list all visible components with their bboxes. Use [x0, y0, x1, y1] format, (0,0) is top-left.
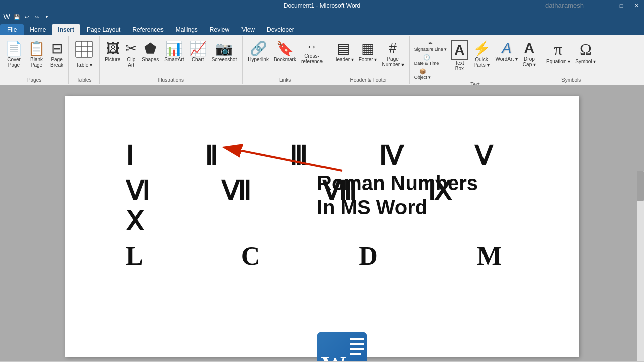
word-w-letter: W	[321, 350, 346, 361]
hyperlink-button[interactable]: 🔗 Hyperlink	[246, 39, 271, 63]
wordart-icon: A	[502, 40, 511, 56]
tab-home[interactable]: Home	[24, 24, 52, 35]
symbols-group-label: Symbols	[561, 76, 581, 83]
signatureline-icon: ✒	[428, 40, 433, 47]
page-break-button[interactable]: ⊟ PageBreak	[48, 39, 65, 69]
tab-view[interactable]: View	[235, 24, 261, 35]
dropcap-icon: A	[524, 40, 534, 56]
symbol-label: Symbol ▾	[575, 59, 596, 64]
clipart-icon: ✂	[125, 40, 137, 57]
minimize-button[interactable]: ─	[599, 0, 614, 11]
pages-group-label: Pages	[27, 76, 41, 83]
maximize-button[interactable]: □	[614, 0, 629, 11]
table-label: Table ▾	[76, 62, 92, 68]
footer-label: Footer ▾	[359, 57, 377, 62]
table-icon	[75, 40, 93, 62]
tables-group-label: Tables	[77, 76, 92, 83]
header-label: Header ▾	[333, 57, 354, 62]
tab-insert[interactable]: Insert	[52, 24, 80, 35]
quickparts-button[interactable]: ⚡ QuickParts ▾	[471, 39, 493, 69]
customize-button[interactable]: ▼	[42, 12, 51, 21]
chart-label: Chart	[192, 57, 204, 62]
datetime-button[interactable]: 🕐 Date & Time	[413, 53, 441, 67]
scroll-thumb[interactable]	[637, 171, 644, 201]
header-button[interactable]: ▤ Header ▾	[331, 39, 356, 63]
tab-review[interactable]: Review	[204, 24, 235, 35]
shapes-button[interactable]: ⬟ Shapes	[140, 39, 161, 63]
tab-references[interactable]: References	[126, 24, 169, 35]
textbox-button[interactable]: A TextBox	[449, 39, 469, 72]
ribbon-group-pages: 📄 CoverPage 📋 BlankPage ⊟ PageBreak Page…	[0, 36, 69, 84]
screenshot-button[interactable]: 📷 Screenshot	[210, 39, 239, 63]
wordart-label: WordArt ▾	[496, 56, 518, 62]
ribbon-group-symbols: π Equation ▾ Ω Symbol ▾ Symbols	[541, 36, 601, 84]
dropcap-button[interactable]: A DropCap ▾	[521, 39, 538, 68]
quick-access-toolbar: W 💾 ↩ ↪ ▼	[0, 11, 644, 22]
tab-pagelayout[interactable]: Page Layout	[80, 24, 126, 35]
tab-file[interactable]: File	[0, 24, 24, 35]
bookmark-button[interactable]: 🔖 Bookmark	[272, 39, 298, 63]
datetime-icon: 🕐	[423, 54, 430, 61]
document-area: Ⅰ Ⅱ Ⅲ Ⅳ Ⅴ Ⅵ Ⅶ Ⅷ Ⅸ Ⅹ L C D M	[0, 85, 644, 361]
signatureline-button[interactable]: ✒ Signature Line ▾	[413, 39, 449, 53]
word-doc-lines	[350, 338, 364, 355]
object-icon: 📦	[419, 68, 426, 75]
blank-page-icon: 📋	[28, 40, 45, 57]
page-break-label: PageBreak	[50, 57, 63, 68]
shapes-icon: ⬟	[144, 40, 156, 57]
ribbon-tabs: File Home Insert Page Layout References …	[0, 22, 644, 35]
equation-button[interactable]: π Equation ▾	[544, 39, 572, 65]
cover-page-button[interactable]: 📄 CoverPage	[3, 39, 25, 69]
screenshot-icon: 📷	[215, 40, 233, 57]
symbol-button[interactable]: Ω Symbol ▾	[573, 39, 598, 65]
crossreference-label: Cross-reference	[301, 53, 323, 64]
close-button[interactable]: ✕	[629, 0, 644, 11]
undo-button[interactable]: ↩	[22, 12, 31, 21]
pages-buttons: 📄 CoverPage 📋 BlankPage ⊟ PageBreak	[3, 37, 65, 76]
tables-buttons: Table ▾	[72, 37, 96, 76]
document-page[interactable]: Ⅰ Ⅱ Ⅲ Ⅳ Ⅴ Ⅵ Ⅶ Ⅷ Ⅸ Ⅹ L C D M	[65, 96, 579, 357]
smartart-button[interactable]: 📊 SmartArt	[162, 39, 186, 63]
smartart-icon: 📊	[165, 40, 183, 57]
tab-developer[interactable]: Developer	[261, 24, 300, 35]
scrollbar[interactable]	[637, 171, 644, 361]
pagenumber-icon: #	[389, 40, 397, 56]
footer-button[interactable]: ▦ Footer ▾	[357, 39, 379, 63]
chart-button[interactable]: 📈 Chart	[187, 39, 209, 63]
illustrations-group-label: Illustrations	[158, 76, 184, 83]
picture-icon: 🖼	[106, 40, 120, 57]
symbol-icon: Ω	[580, 40, 592, 59]
headerfooter-buttons: ▤ Header ▾ ▦ Footer ▾ # PageNumber ▾	[331, 37, 406, 76]
cover-page-icon: 📄	[5, 40, 23, 57]
object-label: Object ▾	[414, 75, 431, 80]
save-button[interactable]: 💾	[12, 12, 21, 21]
links-group-label: Links	[279, 76, 291, 83]
shapes-label: Shapes	[142, 57, 159, 62]
cover-page-label: CoverPage	[7, 57, 21, 68]
tab-mailings[interactable]: Mailings	[170, 24, 204, 35]
headerfooter-group-label: Header & Footer	[350, 76, 387, 83]
roman-row-1: Ⅰ Ⅱ Ⅲ Ⅳ Ⅴ	[126, 141, 538, 171]
object-button[interactable]: 📦 Object ▾	[413, 67, 433, 81]
wordart-button[interactable]: A WordArt ▾	[494, 39, 520, 63]
hyperlink-icon: 🔗	[250, 40, 267, 57]
pagenumber-label: PageNumber ▾	[382, 56, 404, 67]
blank-page-button[interactable]: 📋 BlankPage	[26, 39, 47, 69]
watermark: datharamesh	[545, 2, 584, 9]
crossreference-button[interactable]: ↔ Cross-reference	[299, 39, 325, 65]
illustrations-buttons: 🖼 Picture ✂ ClipArt ⬟ Shapes 📊 SmartArt …	[103, 37, 239, 76]
redo-button[interactable]: ↪	[32, 12, 41, 21]
textbox-label: TextBox	[455, 60, 464, 71]
pagenumber-button[interactable]: # PageNumber ▾	[380, 39, 406, 68]
equation-icon: π	[554, 40, 562, 59]
bookmark-icon: 🔖	[276, 40, 294, 57]
clipart-button[interactable]: ✂ ClipArt	[123, 39, 139, 69]
page-break-icon: ⊟	[51, 40, 63, 57]
clipart-label: ClipArt	[127, 57, 135, 68]
ribbon-group-links: 🔗 Hyperlink 🔖 Bookmark ↔ Cross-reference…	[243, 36, 328, 84]
table-button[interactable]: Table ▾	[72, 39, 96, 69]
picture-button[interactable]: 🖼 Picture	[103, 39, 122, 63]
textbox-icon: A	[451, 40, 467, 60]
ribbon: 📄 CoverPage 📋 BlankPage ⊟ PageBreak Page…	[0, 35, 644, 85]
links-buttons: 🔗 Hyperlink 🔖 Bookmark ↔ Cross-reference	[246, 37, 325, 76]
